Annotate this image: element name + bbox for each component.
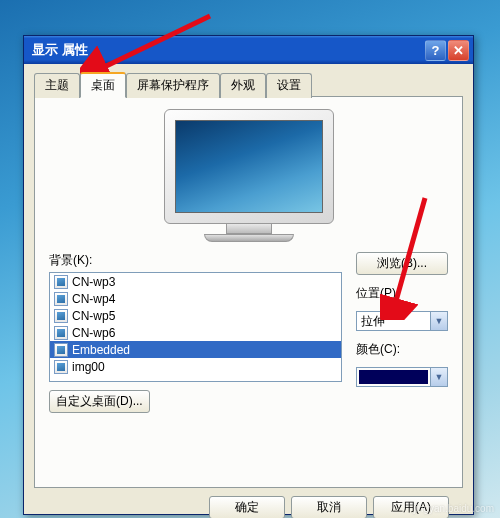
- chevron-down-icon: ▼: [430, 368, 447, 386]
- bitmap-icon: [54, 343, 68, 357]
- bitmap-icon: [54, 326, 68, 340]
- position-value: 拉伸: [361, 313, 385, 330]
- tab-appearance[interactable]: 外观: [220, 73, 266, 98]
- position-label: 位置(P):: [356, 285, 448, 302]
- list-item[interactable]: img00: [50, 358, 341, 375]
- monitor-preview-wrap: [49, 109, 448, 244]
- tab-strip: 主题 桌面 屏幕保护程序 外观 设置: [34, 72, 463, 97]
- color-picker[interactable]: ▼: [356, 367, 448, 387]
- help-button[interactable]: ?: [425, 40, 446, 61]
- titlebar[interactable]: 显示 属性 ? ✕: [24, 36, 473, 64]
- list-item[interactable]: CN-wp3: [50, 273, 341, 290]
- position-combobox[interactable]: 拉伸 ▼: [356, 311, 448, 331]
- list-item-label: CN-wp3: [72, 275, 115, 289]
- window-title: 显示 属性: [32, 41, 423, 59]
- list-item[interactable]: CN-wp4: [50, 290, 341, 307]
- bitmap-icon: [54, 360, 68, 374]
- cancel-button[interactable]: 取消: [291, 496, 367, 518]
- close-button[interactable]: ✕: [448, 40, 469, 61]
- ok-button[interactable]: 确定: [209, 496, 285, 518]
- tab-desktop[interactable]: 桌面: [80, 72, 126, 98]
- monitor-preview: [164, 109, 334, 244]
- color-label: 颜色(C):: [356, 341, 448, 358]
- list-item[interactable]: Embedded: [50, 341, 341, 358]
- customize-desktop-button[interactable]: 自定义桌面(D)...: [49, 390, 150, 413]
- tab-settings[interactable]: 设置: [266, 73, 312, 98]
- display-properties-window: 显示 属性 ? ✕ 主题 桌面 屏幕保护程序 外观 设置 背景(K):: [23, 35, 474, 515]
- bitmap-icon: [54, 309, 68, 323]
- bitmap-icon: [54, 292, 68, 306]
- tab-screensaver[interactable]: 屏幕保护程序: [126, 73, 220, 98]
- list-item-label: Embedded: [72, 343, 130, 357]
- list-item[interactable]: CN-wp5: [50, 307, 341, 324]
- chevron-down-icon: ▼: [430, 312, 447, 330]
- list-item-label: CN-wp5: [72, 309, 115, 323]
- tab-panel-desktop: 背景(K): CN-wp3 CN-wp4 CN-wp5 CN-wp6 Embed…: [34, 96, 463, 488]
- list-item-label: img00: [72, 360, 105, 374]
- background-listbox[interactable]: CN-wp3 CN-wp4 CN-wp5 CN-wp6 Embedded img…: [49, 272, 342, 382]
- color-swatch: [359, 370, 428, 384]
- watermark: jingyan.baidu.com: [413, 503, 494, 514]
- tab-themes[interactable]: 主题: [34, 73, 80, 98]
- list-item-label: CN-wp4: [72, 292, 115, 306]
- dialog-buttons: 确定 取消 应用(A): [34, 488, 463, 518]
- list-item[interactable]: CN-wp6: [50, 324, 341, 341]
- window-body: 主题 桌面 屏幕保护程序 外观 设置 背景(K): CN-wp3 CN-wp: [24, 64, 473, 518]
- background-label: 背景(K):: [49, 252, 342, 269]
- bitmap-icon: [54, 275, 68, 289]
- list-item-label: CN-wp6: [72, 326, 115, 340]
- browse-button[interactable]: 浏览(B)...: [356, 252, 448, 275]
